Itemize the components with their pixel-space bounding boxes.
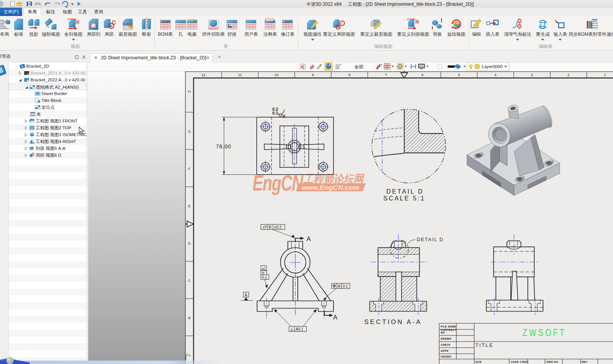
svg-text:REV: REV (284, 20, 290, 24)
svg-text:BOM: BOM (591, 19, 598, 22)
svg-text:BOM: BOM (162, 20, 169, 24)
